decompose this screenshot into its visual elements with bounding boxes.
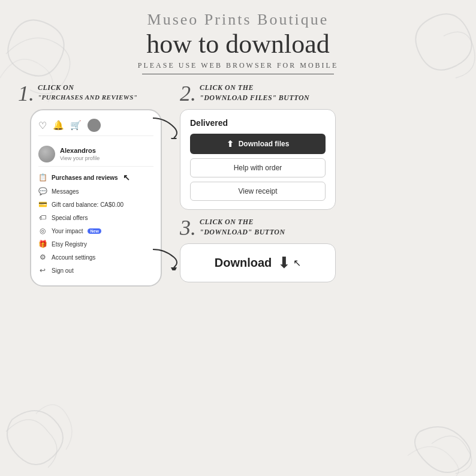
step2-arrow-area: Delivered ⬆ Download files Help with ord… bbox=[180, 109, 458, 210]
right-column: 2. Click on the "Download Files" button … bbox=[180, 83, 458, 282]
purchases-icon: 📋 bbox=[38, 173, 47, 182]
step3-line1: Click on the bbox=[200, 218, 254, 226]
heart-icon: ♡ bbox=[38, 120, 47, 131]
delivered-title: Delivered bbox=[190, 118, 326, 128]
download-card: Download ⬇ ↖ bbox=[180, 243, 336, 282]
arrow-1to2 bbox=[147, 115, 183, 139]
download-files-label: Download files bbox=[239, 140, 290, 148]
gift-card-icon: 💳 bbox=[38, 200, 47, 209]
profile-avatar bbox=[38, 146, 55, 162]
main-title: how to download bbox=[18, 30, 458, 59]
divider bbox=[142, 74, 334, 74]
delivered-card: Delivered ⬆ Download files Help with ord… bbox=[180, 109, 336, 210]
sign-out-icon: ↩ bbox=[38, 266, 47, 275]
etsy-registry-label: Etsy Registry bbox=[52, 241, 87, 248]
step3-number: 3. bbox=[180, 217, 196, 239]
menu-purchases[interactable]: 📋 Purchases and reviews ↖ bbox=[38, 170, 153, 185]
step1-number: 1. bbox=[18, 83, 34, 104]
view-receipt-label: View receipt bbox=[238, 187, 277, 195]
sign-out-label: Sign out bbox=[52, 267, 74, 274]
phone-mockup: ♡ 🔔 🛒 Alexandros View your profile 📋 bbox=[30, 109, 162, 287]
menu-sign-out[interactable]: ↩ Sign out bbox=[38, 264, 153, 277]
account-settings-label: Account settings bbox=[52, 254, 95, 261]
step2-number: 2. bbox=[180, 83, 196, 104]
menu-messages[interactable]: 💬 Messages bbox=[38, 185, 153, 198]
step1-line1: Click on bbox=[38, 83, 74, 92]
profile-info: Alexandros View your profile bbox=[60, 147, 100, 161]
menu-etsy-registry[interactable]: 🎁 Etsy Registry bbox=[38, 237, 153, 251]
help-with-order-label: Help with order bbox=[234, 164, 282, 172]
step3-arrow-area: Download ⬇ ↖ bbox=[180, 243, 458, 282]
subtitle: Please use web browser for mobile bbox=[18, 61, 458, 70]
menu-your-impact[interactable]: ◎ Your impact New bbox=[38, 224, 153, 237]
special-offers-label: Special offers bbox=[52, 215, 88, 221]
new-badge: New bbox=[88, 228, 101, 234]
main-content: 1. Click on "Purchases and reviews" ♡ 🔔 … bbox=[18, 83, 458, 287]
cart-icon: 🛒 bbox=[70, 120, 82, 131]
profile-sub: View your profile bbox=[60, 155, 100, 162]
purchases-label: Purchases and reviews bbox=[52, 174, 118, 181]
step3-text: Click on the "Download" button bbox=[200, 217, 285, 237]
top-avatar bbox=[88, 119, 101, 132]
phone-top-bar: ♡ 🔔 🛒 bbox=[38, 119, 153, 136]
step3-line2: "Download" button bbox=[200, 228, 285, 236]
step3-label: 3. Click on the "Download" button bbox=[180, 217, 458, 239]
step1-label: 1. Click on "Purchases and reviews" bbox=[18, 83, 174, 104]
download-icon-area: ⬇ ↖ bbox=[278, 254, 301, 272]
step2-label: 2. Click on the "Download Files" button bbox=[180, 83, 458, 104]
help-with-order-button[interactable]: Help with order bbox=[190, 158, 326, 177]
profile-name: Alexandros bbox=[60, 147, 100, 155]
bell-icon: 🔔 bbox=[53, 120, 64, 131]
menu-account-settings[interactable]: ⚙ Account settings bbox=[38, 251, 153, 264]
download-files-button[interactable]: ⬆ Download files bbox=[190, 134, 326, 154]
step1-line2: "Purchases and reviews" bbox=[38, 94, 137, 101]
step2-text: Click on the "Download Files" button bbox=[200, 83, 309, 103]
cloud-download-icon: ⬇ bbox=[278, 254, 291, 272]
menu-gift-card[interactable]: 💳 Gift card balance: CA$0.00 bbox=[38, 198, 153, 211]
menu-special-offers[interactable]: 🏷 Special offers bbox=[38, 211, 153, 224]
etsy-registry-icon: 🎁 bbox=[38, 240, 47, 248]
messages-label: Messages bbox=[52, 188, 79, 195]
svg-marker-1 bbox=[171, 267, 177, 270]
download-cursor-icon: ↖ bbox=[293, 257, 301, 269]
download-files-icon: ⬆ bbox=[227, 139, 234, 149]
step1-text: Click on "Purchases and reviews" bbox=[38, 83, 137, 102]
svg-marker-0 bbox=[171, 138, 177, 139]
arrow-2to3 bbox=[147, 246, 183, 270]
profile-row: Alexandros View your profile bbox=[38, 142, 153, 167]
gift-card-label: Gift card balance: CA$0.00 bbox=[52, 201, 123, 208]
step2-line2: "Download Files" button bbox=[200, 94, 309, 102]
step2-section: 2. Click on the "Download Files" button … bbox=[180, 83, 458, 210]
step2-line1: Click on the bbox=[200, 83, 254, 92]
cursor-icon: ↖ bbox=[123, 173, 130, 182]
download-label: Download bbox=[215, 256, 272, 270]
your-impact-label: Your impact bbox=[52, 228, 83, 234]
brand-title: Museo Prints Boutique bbox=[18, 11, 458, 29]
view-receipt-button[interactable]: View receipt bbox=[190, 182, 326, 201]
your-impact-icon: ◎ bbox=[38, 227, 47, 235]
settings-icon: ⚙ bbox=[38, 253, 47, 261]
step3-section: 3. Click on the "Download" button Downlo… bbox=[180, 217, 458, 282]
messages-icon: 💬 bbox=[38, 187, 47, 195]
special-offers-icon: 🏷 bbox=[38, 213, 47, 222]
header: Museo Prints Boutique how to download Pl… bbox=[18, 11, 458, 74]
